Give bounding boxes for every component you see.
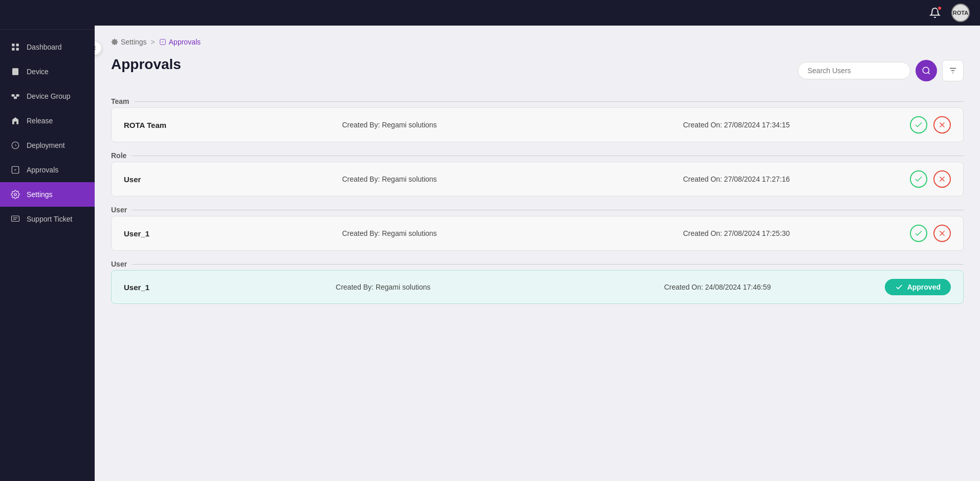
sidebar-item-label: Device: [27, 68, 49, 76]
approve-button[interactable]: [910, 116, 927, 134]
svg-rect-9: [16, 94, 19, 97]
svg-rect-14: [12, 216, 19, 222]
approval-created-by: Created By: Regami solutions: [216, 175, 563, 183]
search-input[interactable]: [798, 62, 910, 79]
search-button[interactable]: [916, 60, 937, 81]
approval-actions: [910, 116, 951, 134]
table-row: User Created By: Regami solutions Create…: [111, 162, 964, 196]
sidebar-item-device[interactable]: Device: [0, 59, 95, 84]
dashboard-icon: [10, 42, 20, 52]
sidebar-item-deployment[interactable]: Deployment: [0, 133, 95, 158]
breadcrumb-separator: >: [151, 38, 155, 46]
sidebar-item-label: Settings: [27, 190, 53, 199]
content-area: Settings > Approvals Approvals: [95, 26, 980, 481]
breadcrumb-current-label: Approvals: [169, 38, 201, 46]
approval-created-on: Created On: 24/08/2024 17:46:59: [550, 283, 884, 291]
svg-rect-0: [12, 43, 14, 46]
approval-created-on: Created On: 27/08/2024 17:27:16: [563, 175, 910, 183]
approval-actions: [910, 225, 951, 242]
search-container: [798, 60, 964, 81]
reject-button[interactable]: [933, 116, 951, 134]
breadcrumb-settings[interactable]: Settings: [111, 38, 147, 46]
notification-badge: [937, 6, 942, 11]
section-label-user-2: User: [111, 260, 132, 268]
approval-section-team: Team ROTA Team Created By: Regami soluti…: [111, 97, 964, 142]
approve-button[interactable]: [910, 225, 927, 242]
section-divider: [132, 264, 964, 265]
table-row: ROTA Team Created By: Regami solutions C…: [111, 107, 964, 142]
sidebar-item-label: Deployment: [27, 141, 65, 149]
settings-icon: [10, 189, 20, 200]
topbar: ROTA: [0, 0, 980, 26]
device-icon: [10, 67, 20, 77]
header-row: Approvals: [111, 56, 964, 85]
sidebar-item-settings[interactable]: Settings: [0, 182, 95, 207]
svg-rect-3: [16, 48, 19, 51]
sidebar-item-label: Release: [27, 117, 53, 125]
section-divider: [135, 101, 964, 102]
sidebar-item-support-ticket[interactable]: Support Ticket: [0, 207, 95, 231]
section-label-role: Role: [111, 151, 132, 160]
sidebar-item-device-group[interactable]: Device Group: [0, 84, 95, 108]
svg-line-20: [928, 72, 929, 74]
approval-name: User_1: [124, 283, 216, 292]
section-label-team: Team: [111, 97, 135, 105]
release-icon: [10, 116, 20, 126]
breadcrumb: Settings > Approvals: [111, 38, 964, 46]
deployment-icon: [10, 140, 20, 150]
breadcrumb-settings-label: Settings: [121, 38, 147, 46]
approval-section-user-1: User User_1 Created By: Regami solutions…: [111, 206, 964, 251]
approval-created-by: Created By: Regami solutions: [216, 121, 563, 129]
table-row: User_1 Created By: Regami solutions Crea…: [111, 270, 964, 304]
approved-badge: Approved: [885, 279, 951, 295]
support-icon: [10, 214, 20, 224]
sidebar-item-label: Device Group: [27, 92, 71, 100]
svg-rect-2: [12, 48, 14, 51]
reject-button[interactable]: [933, 170, 951, 188]
section-divider: [132, 210, 964, 210]
sidebar-item-label: Approvals: [27, 166, 58, 174]
reject-button[interactable]: [933, 225, 951, 242]
approval-actions: Approved: [885, 279, 951, 295]
svg-rect-10: [14, 97, 17, 99]
device-group-icon: [10, 91, 20, 101]
approved-label: Approved: [907, 283, 941, 291]
svg-rect-8: [12, 94, 15, 97]
sidebar: ROTA Dashboard Device Device Group: [0, 0, 95, 481]
approval-name: User_1: [124, 229, 216, 238]
approval-section-role: Role User Created By: Regami solutions C…: [111, 151, 964, 196]
approval-name: ROTA Team: [124, 121, 216, 129]
table-row: User_1 Created By: Regami solutions Crea…: [111, 216, 964, 251]
filter-button[interactable]: [942, 60, 964, 81]
approval-created-on: Created On: 27/08/2024 17:25:30: [563, 229, 910, 237]
breadcrumb-current: Approvals: [159, 38, 201, 46]
page-title: Approvals: [111, 56, 181, 73]
approval-name: User: [124, 175, 216, 184]
sidebar-item-label: Support Ticket: [27, 215, 73, 223]
approve-button[interactable]: [910, 170, 927, 188]
main-wrapper: Settings > Approvals Approvals: [95, 26, 980, 481]
approval-created-by: Created By: Regami solutions: [216, 229, 563, 237]
approvals-icon: [10, 165, 20, 175]
avatar[interactable]: ROTA: [951, 4, 970, 22]
svg-point-13: [14, 193, 17, 196]
sidebar-item-approvals[interactable]: Approvals: [0, 158, 95, 182]
section-label-user-1: User: [111, 206, 132, 214]
sidebar-item-label: Dashboard: [27, 43, 62, 51]
section-divider: [132, 156, 964, 156]
sidebar-item-dashboard[interactable]: Dashboard: [0, 35, 95, 59]
approval-created-on: Created On: 27/08/2024 17:34:15: [563, 121, 910, 129]
sidebar-item-release[interactable]: Release: [0, 108, 95, 133]
svg-rect-1: [16, 43, 19, 46]
approval-actions: [910, 170, 951, 188]
svg-point-19: [923, 67, 929, 73]
approval-section-user-2: User User_1 Created By: Regami solutions…: [111, 260, 964, 304]
approval-created-by: Created By: Regami solutions: [216, 283, 550, 291]
notification-bell[interactable]: [926, 4, 944, 22]
sidebar-nav: Dashboard Device Device Group Release: [0, 30, 95, 481]
